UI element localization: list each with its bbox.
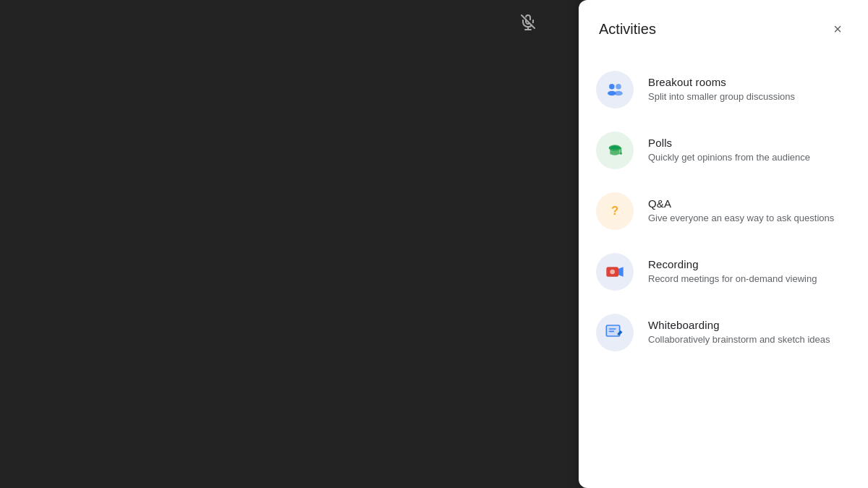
svg-text:?: ? [611,204,618,218]
activity-item-polls[interactable]: Polls Quickly get opinions from the audi… [579,120,868,181]
recording-text: Recording Record meetings for on-demand … [648,258,817,286]
panel-title: Activities [599,21,656,38]
recording-icon [596,253,634,291]
close-button[interactable]: × [825,16,851,42]
whiteboarding-name: Whiteboarding [648,319,830,331]
svg-point-5 [616,84,621,90]
recording-name: Recording [648,258,817,270]
svg-point-6 [614,91,623,96]
polls-name: Polls [648,137,810,149]
mic-off-icon [519,13,537,35]
whiteboarding-desc: Collaboratively brainstorm and sketch id… [648,333,830,346]
whiteboarding-icon [596,314,634,351]
polls-text: Polls Quickly get opinions from the audi… [648,137,810,164]
whiteboarding-text: Whiteboarding Collaboratively brainstorm… [648,319,830,346]
breakout-rooms-name: Breakout rooms [648,76,795,88]
activities-list: Breakout rooms Split into smaller group … [579,53,868,488]
breakout-rooms-icon [596,71,634,108]
activities-panel: Activities × Breakout rooms Split into s… [579,0,868,488]
polls-icon [596,132,634,169]
qa-icon: ? [596,192,634,230]
qa-name: Q&A [648,197,834,210]
breakout-rooms-text: Breakout rooms Split into smaller group … [648,76,795,103]
qa-desc: Give everyone an easy way to ask questio… [648,212,834,225]
activity-item-recording[interactable]: Recording Record meetings for on-demand … [579,241,868,302]
activity-item-whiteboarding[interactable]: Whiteboarding Collaboratively brainstorm… [579,302,868,363]
panel-header: Activities × [579,0,868,53]
svg-point-3 [609,84,615,90]
activity-item-qa[interactable]: ? Q&A Give everyone an easy way to ask q… [579,181,868,241]
svg-marker-15 [618,267,624,276]
svg-point-10 [620,153,622,155]
svg-point-14 [610,270,615,275]
polls-desc: Quickly get opinions from the audience [648,151,810,164]
qa-text: Q&A Give everyone an easy way to ask que… [648,197,834,225]
activity-item-breakout-rooms[interactable]: Breakout rooms Split into smaller group … [579,59,868,120]
breakout-rooms-desc: Split into smaller group discussions [648,90,795,103]
recording-desc: Record meetings for on-demand viewing [648,273,817,286]
